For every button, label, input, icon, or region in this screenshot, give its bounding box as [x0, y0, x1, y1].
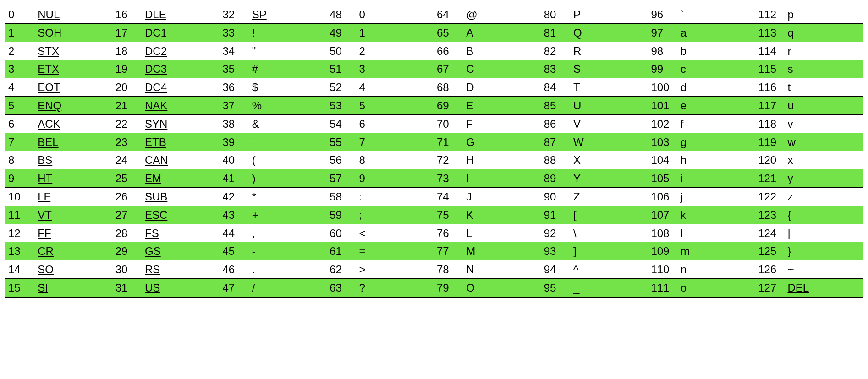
- ascii-char: ': [249, 133, 327, 151]
- ascii-code: 18: [113, 42, 142, 60]
- ascii-code: 80: [541, 5, 571, 23]
- ascii-char-link[interactable]: BS: [38, 154, 52, 166]
- ascii-char-link[interactable]: ACK: [38, 118, 60, 130]
- ascii-code: 111: [648, 278, 677, 297]
- ascii-char[interactable]: HT: [35, 169, 112, 188]
- ascii-char-link[interactable]: SUB: [145, 190, 167, 203]
- ascii-char[interactable]: SI: [35, 278, 112, 297]
- ascii-char-link[interactable]: SOH: [38, 27, 61, 39]
- ascii-code: 13: [5, 242, 35, 260]
- ascii-char[interactable]: ENQ: [35, 96, 112, 114]
- ascii-char[interactable]: DLE: [142, 5, 220, 23]
- ascii-char: >: [356, 260, 434, 279]
- ascii-char[interactable]: BS: [35, 151, 112, 169]
- ascii-char-link[interactable]: GS: [145, 245, 161, 257]
- ascii-code: 44: [220, 224, 249, 242]
- ascii-code: 3: [5, 60, 35, 78]
- ascii-char-link[interactable]: EM: [145, 172, 161, 184]
- ascii-char[interactable]: EOT: [35, 78, 112, 97]
- ascii-char-link[interactable]: ENQ: [38, 99, 61, 112]
- ascii-char-link[interactable]: NUL: [38, 8, 60, 21]
- ascii-char-link[interactable]: CR: [38, 245, 54, 257]
- ascii-char: <: [356, 224, 434, 242]
- ascii-char-link[interactable]: STX: [38, 45, 59, 57]
- ascii-char-link[interactable]: HT: [38, 172, 52, 184]
- ascii-char-link[interactable]: DLE: [145, 8, 166, 21]
- ascii-char: U: [571, 96, 648, 114]
- ascii-char-link[interactable]: FS: [145, 227, 159, 239]
- ascii-char-link[interactable]: DEL: [787, 282, 809, 294]
- table-row: 14SO30RS46.62>78N94^110n126~: [5, 260, 863, 279]
- ascii-char[interactable]: SP: [249, 5, 327, 23]
- ascii-char[interactable]: CR: [35, 242, 112, 260]
- ascii-char[interactable]: SUB: [142, 187, 220, 206]
- ascii-code: 61: [327, 242, 356, 260]
- ascii-char[interactable]: NUL: [35, 5, 112, 23]
- ascii-code: 10: [5, 187, 35, 206]
- ascii-char: O: [463, 278, 541, 297]
- ascii-char-link[interactable]: ESC: [145, 209, 167, 221]
- ascii-char[interactable]: EM: [142, 169, 220, 188]
- ascii-char: K: [463, 206, 541, 224]
- ascii-char[interactable]: RS: [142, 260, 220, 279]
- ascii-char[interactable]: ESC: [142, 206, 220, 224]
- ascii-char-link[interactable]: NAK: [145, 99, 167, 112]
- ascii-char-link[interactable]: SP: [252, 8, 267, 21]
- ascii-char: ": [249, 42, 327, 60]
- ascii-char-link[interactable]: RS: [145, 263, 160, 276]
- ascii-char[interactable]: STX: [35, 42, 112, 60]
- ascii-code: 91: [541, 206, 571, 224]
- ascii-char-link[interactable]: DC2: [145, 45, 167, 57]
- table-row: 9HT25EM41)57973I89Y105i121y: [5, 169, 863, 188]
- ascii-char[interactable]: DC3: [142, 60, 220, 78]
- ascii-char-link[interactable]: EOT: [38, 81, 60, 93]
- ascii-char[interactable]: DEL: [785, 278, 863, 297]
- ascii-char[interactable]: FS: [142, 224, 220, 242]
- ascii-char[interactable]: FF: [35, 224, 112, 242]
- ascii-char-link[interactable]: SYN: [145, 118, 167, 130]
- ascii-char-link[interactable]: VT: [38, 209, 52, 221]
- ascii-char-link[interactable]: SO: [38, 263, 54, 276]
- ascii-char[interactable]: NAK: [142, 96, 220, 114]
- ascii-char[interactable]: ACK: [35, 114, 112, 133]
- ascii-char[interactable]: SYN: [142, 114, 220, 133]
- ascii-char: W: [571, 133, 648, 151]
- ascii-char-link[interactable]: CAN: [145, 154, 168, 166]
- ascii-char[interactable]: BEL: [35, 133, 112, 151]
- ascii-char: 5: [356, 96, 434, 114]
- ascii-char[interactable]: DC4: [142, 78, 220, 97]
- ascii-char-link[interactable]: DC3: [145, 63, 167, 75]
- ascii-char[interactable]: SO: [35, 260, 112, 279]
- ascii-code: 75: [434, 206, 463, 224]
- ascii-char-link[interactable]: ETX: [38, 63, 59, 75]
- ascii-char[interactable]: US: [142, 278, 220, 297]
- ascii-char: :: [356, 187, 434, 206]
- table-row: 2STX18DC234"50266B82R98b114r: [5, 42, 863, 60]
- ascii-char[interactable]: LF: [35, 187, 112, 206]
- ascii-char-link[interactable]: ETB: [145, 136, 166, 148]
- ascii-char: 2: [356, 42, 434, 60]
- ascii-code: 83: [541, 60, 571, 78]
- ascii-char: /: [249, 278, 327, 297]
- ascii-char-link[interactable]: BEL: [38, 136, 58, 148]
- ascii-char-link[interactable]: SI: [38, 282, 48, 294]
- ascii-char[interactable]: CAN: [142, 151, 220, 169]
- ascii-table: 0NUL16DLE32SP48064@80P96`112p1SOH17DC133…: [5, 5, 863, 298]
- ascii-char[interactable]: VT: [35, 206, 112, 224]
- ascii-char[interactable]: ETB: [142, 133, 220, 151]
- ascii-char[interactable]: GS: [142, 242, 220, 260]
- ascii-char[interactable]: SOH: [35, 23, 112, 42]
- ascii-char[interactable]: DC1: [142, 23, 220, 42]
- ascii-code: 63: [327, 278, 356, 297]
- ascii-char-link[interactable]: FF: [38, 227, 51, 239]
- ascii-char[interactable]: DC2: [142, 42, 220, 60]
- ascii-char-link[interactable]: DC1: [145, 27, 167, 39]
- ascii-char[interactable]: ETX: [35, 60, 112, 78]
- ascii-char-link[interactable]: LF: [38, 190, 50, 203]
- ascii-char-link[interactable]: US: [145, 282, 160, 294]
- ascii-char: J: [463, 187, 541, 206]
- ascii-char: u: [785, 96, 863, 114]
- ascii-code: 6: [5, 114, 35, 133]
- ascii-char-link[interactable]: DC4: [145, 81, 167, 93]
- ascii-char: .: [249, 260, 327, 279]
